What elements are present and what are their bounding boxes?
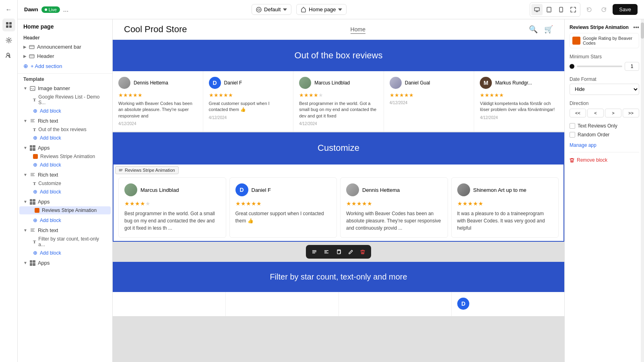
image-banner-add-block[interactable]: ⊕Add block [18,107,112,116]
desktop-view-btn[interactable] [531,4,543,15]
announcement-bar-item[interactable]: ▶ Announcement bar [18,42,112,51]
add-section-btn[interactable]: ⊕ + Add section [18,61,112,73]
mobile-view-btn[interactable] [555,4,567,15]
canvas: Cool Prod Store Home 🔍 🛒 Out of the box … [113,19,564,362]
svg-point-11 [561,11,561,11]
dir-btn-forward[interactable]: > [605,109,621,117]
tablet-view-btn[interactable] [543,4,555,15]
bottom-reviews-strip: D [113,292,564,316]
default-select[interactable]: Default [252,4,291,15]
back-icon[interactable]: ← [2,3,15,16]
text-reviews-checkbox[interactable] [570,123,575,129]
header-section-label: Header [23,35,40,41]
rich-text-1-item[interactable]: ▼ Rich text [18,116,112,125]
right-panel-more-btn[interactable]: ••• [633,24,639,31]
random-order-checkbox[interactable] [570,132,575,138]
page-title: Home page [23,23,54,30]
svg-point-4 [8,39,10,41]
svg-rect-1 [9,22,12,25]
edit-btn[interactable] [345,247,356,257]
direction-label: Direction [570,101,639,106]
page-tree-sidebar: Home page Header ▶ Announcement bar ▶ He… [18,19,113,362]
apps-2-add-block[interactable]: ⊕Add block [18,216,112,226]
dir-btn-fast-forward[interactable]: >> [623,109,639,117]
svg-rect-3 [9,25,12,28]
dir-btn-back[interactable]: < [587,109,604,117]
rich-text-2-item[interactable]: ▼ Rich text [18,170,112,179]
review-card: Daniel Gual ★★★★★ 4/12/2024 [384,71,475,132]
date-format-label: Date Format [570,76,639,82]
reviews-stripe-section: Reviews Stripe Animation Marcus Lindblad… [113,164,564,242]
review-card-lg: Dennis Hettema ★★★★★ Working with Beaver… [340,177,448,238]
rich-text-2-add-block[interactable]: ⊕Add block [18,187,112,197]
more-options-btn[interactable]: ... [63,6,68,13]
review-card-lg: Shinemon Art up to me ★★★★★ It was a ple… [451,177,559,238]
add-section-label: + Add section [31,63,62,69]
review-card: D Daniel F ★★★★★ Great customer support … [203,71,294,132]
date-format-select[interactable]: Hide Short Long Relative [570,84,639,95]
filter-banner: Filter by star count, text-only and more [113,262,564,292]
minimum-stars-input[interactable] [625,62,639,71]
stars-slider-dot [570,64,574,69]
svg-point-9 [549,11,550,12]
users-icon[interactable] [2,49,15,62]
manage-app-link[interactable]: Manage app [570,142,639,148]
review-card-lg: D Daniel F ★★★★★ Great customer support … [229,177,337,238]
reviews-stripe-label[interactable]: Reviews Stripe Animation [115,166,179,174]
move-up-btn[interactable] [309,247,320,257]
svg-rect-14 [29,55,34,58]
cart-icon[interactable]: 🛒 [544,25,553,34]
reviews-stripe-1-item[interactable]: Reviews Stripe Animation [18,152,112,160]
image-banner-item[interactable]: ▼ Image banner [18,84,112,93]
minimum-stars-label: Minimum Stars [570,54,639,60]
move-down-btn[interactable] [321,247,332,257]
site-name: Dawn [24,6,38,12]
svg-rect-2 [6,25,8,28]
svg-rect-32 [337,251,341,254]
store-nav-home[interactable]: Home [351,26,365,34]
remove-block-btn[interactable]: Remove block [570,156,639,165]
customize-item[interactable]: T Customize [18,179,112,187]
google-reviews-list-item[interactable]: T Google Reviews List - Demo S... [18,93,112,107]
sections-icon[interactable] [2,19,15,31]
header-label: Header [37,53,54,59]
out-of-box-reviews-item[interactable]: T Out of the box reviews [18,125,112,134]
dir-btn-fast-back[interactable]: << [570,109,586,117]
store-name: Cool Prod Store [124,24,187,35]
app-icon [572,37,580,45]
review-card: Dennis Hettema ★★★★★ Working with Beaver… [113,71,203,132]
undo-btn[interactable] [584,4,595,15]
stars-slider[interactable] [577,66,622,67]
review-card-lg: Marcus Lindblad ★★★★★ Best programmer in… [118,177,226,238]
apps-2-item[interactable]: ▼ Apps [18,197,112,206]
settings-icon[interactable] [2,34,15,47]
filter-item[interactable]: T Filter by star count, text-only a... [18,235,112,249]
duplicate-btn[interactable] [333,247,344,257]
apps-1-item[interactable]: ▼ Apps [18,143,112,152]
live-badge: Live [41,6,60,13]
delete-btn[interactable] [357,247,368,257]
reviews-stripe-2-item[interactable]: Reviews Stripe Animation [19,206,111,214]
apps-1-add-block[interactable]: ⊕Add block [18,160,112,170]
apps-3-item[interactable]: ▼ Apps [18,258,112,267]
redo-btn[interactable] [598,4,609,15]
right-panel-title: Reviews Stripe Animation [570,25,629,30]
reviews-strip-1: Dennis Hettema ★★★★★ Working with Beaver… [113,71,564,132]
save-button[interactable]: Save [613,4,638,15]
homepage-select[interactable]: Home page [296,4,347,15]
announcement-bar-label: Announcement bar [37,44,81,50]
rich-text-3-item[interactable]: ▼ Rich text [18,226,112,235]
expand-view-btn[interactable] [568,4,579,15]
store-header: Cool Prod Store Home 🔍 🛒 [113,19,564,40]
customize-banner: Customize [113,132,564,164]
svg-rect-12 [29,45,34,49]
app-name: Google Rating by Beaver Codes [583,36,636,45]
svg-point-6 [256,7,261,12]
right-panel: Reviews Stripe Animation ••• Google Rati… [564,19,644,362]
review-card: Marcus Lindblad ★★★★★ Best programmer in… [293,71,384,132]
header-item[interactable]: ▶ Header [18,51,112,61]
random-order-label: Random Order [578,132,609,138]
rich-text-1-add-block[interactable]: ⊕Add block [18,134,112,143]
search-icon[interactable]: 🔍 [529,25,538,34]
rich-text-3-add-block[interactable]: ⊕Add block [18,249,112,258]
